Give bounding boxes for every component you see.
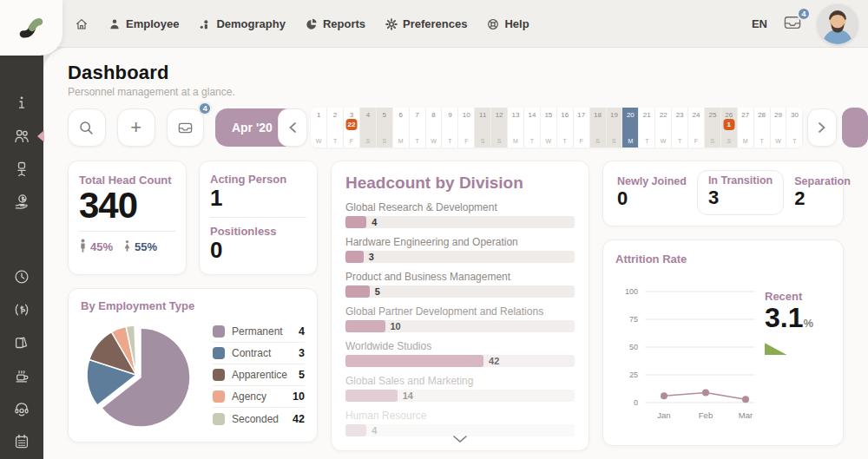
calendar-day-16[interactable]: 16T: [557, 108, 574, 148]
division-bar-fill: [345, 216, 366, 228]
legend-swatch: [213, 413, 225, 425]
calendar-day-19[interactable]: 19S: [607, 108, 623, 148]
movement-stats-card: Newly Joined 0 In Transition 3 Separatio…: [602, 161, 844, 226]
sidebar-item-benefits[interactable]: [0, 359, 43, 392]
nav-item-help[interactable]: Help: [486, 17, 529, 31]
stat-newly-joined: Newly Joined 0: [615, 172, 688, 215]
division-bar-fill: [345, 355, 483, 367]
next-month-peek[interactable]: [842, 108, 868, 148]
day-number: 11: [479, 111, 486, 119]
calendar-day-5[interactable]: 5S: [377, 108, 393, 148]
day-of-week: S: [366, 138, 371, 144]
calendar-day-12[interactable]: 12S: [491, 108, 508, 148]
month-label: Apr '20: [232, 121, 273, 134]
inbox-button[interactable]: 4: [783, 15, 802, 34]
recent-label: Recent: [765, 290, 831, 303]
calendar-day-25[interactable]: 25S: [705, 108, 721, 148]
sidebar-item-employees[interactable]: [0, 120, 43, 153]
day-number: 6: [398, 111, 402, 119]
sidebar-item-info[interactable]: [0, 87, 43, 120]
calendar-day-8[interactable]: 8W: [426, 108, 443, 148]
division-row: Global Research & Development4: [345, 201, 575, 228]
calendar-day-24[interactable]: 24F: [688, 108, 705, 148]
division-label: Global Sales and Marketing: [345, 375, 575, 387]
employee-icon: [108, 17, 122, 31]
calendar-day-9[interactable]: 9T: [442, 108, 458, 148]
calendar-day-22[interactable]: 22W: [655, 108, 672, 148]
app-logo[interactable]: [0, 0, 62, 56]
division-label: Global Research & Development: [345, 201, 575, 213]
nav-item-reports[interactable]: Reports: [305, 17, 365, 31]
calendar-day-13[interactable]: 13M: [508, 108, 524, 148]
x-tick-label: Mar: [739, 410, 753, 420]
division-value: 3: [369, 252, 374, 262]
stat-separation: Separation 2: [792, 172, 852, 215]
toolbar-inbox-button[interactable]: 4: [167, 108, 205, 147]
calendar-next-button[interactable]: [807, 108, 837, 147]
add-button[interactable]: +: [117, 108, 155, 147]
data-point-jan: [661, 392, 667, 399]
day-number: 2: [333, 111, 337, 119]
division-label: Global Partner Development and Relations: [345, 305, 575, 318]
nav-item-demography[interactable]: Demography: [198, 17, 285, 31]
home-button[interactable]: [75, 17, 89, 31]
search-button[interactable]: [68, 108, 106, 147]
calendar-day-3[interactable]: 3F22: [344, 108, 360, 148]
calendar-day-26[interactable]: 26S1: [721, 108, 738, 148]
nav-item-employee[interactable]: Employee: [108, 17, 179, 31]
legend-item: Agency10: [213, 386, 305, 408]
division-value: 42: [489, 356, 499, 366]
calendar-day-30[interactable]: 30T: [786, 108, 803, 148]
division-row: Global Partner Development and Relations…: [345, 305, 575, 332]
day-of-week: T: [415, 138, 418, 144]
calendar-day-2[interactable]: 2T: [327, 108, 344, 148]
calendar-day-10[interactable]: 10F: [458, 108, 475, 148]
calendar-day-15[interactable]: 15W: [541, 108, 557, 148]
sidebar-item-documents[interactable]: [0, 326, 43, 359]
sidebar-item-support[interactable]: [0, 392, 43, 425]
day-of-week: F: [694, 138, 698, 144]
acting-value: 1: [210, 186, 306, 211]
male-icon: [79, 239, 87, 253]
expand-divisions-button[interactable]: [452, 431, 468, 447]
calendar-day-29[interactable]: 29W: [771, 108, 787, 148]
calendar-day-7[interactable]: 7T: [410, 108, 426, 148]
calendar-day-23[interactable]: 23T: [672, 108, 688, 148]
legend-value: 3: [299, 347, 305, 359]
x-tick-label: Jan: [657, 410, 670, 420]
sidebar-item-time[interactable]: [0, 260, 43, 293]
calendar-day-27[interactable]: 27M: [738, 108, 754, 148]
calendar-prev-button[interactable]: [278, 108, 307, 147]
division-bar-fill: [345, 390, 398, 402]
day-number: 14: [528, 111, 536, 119]
sidebar: [0, 0, 43, 459]
calendar-day-6[interactable]: 6M: [393, 108, 410, 148]
sidebar-item-position[interactable]: [0, 153, 43, 186]
calendar-day-14[interactable]: 14T: [524, 108, 541, 148]
day-of-week: S: [497, 138, 502, 144]
division-bar-track: 5: [345, 285, 575, 298]
sidebar-item-schedule[interactable]: [0, 425, 43, 458]
language-selector[interactable]: EN: [752, 17, 767, 30]
calendar-day-11[interactable]: 11S: [475, 108, 491, 148]
nav-label: Reports: [323, 17, 365, 30]
calendar-day-1[interactable]: 1W: [311, 108, 327, 148]
calendar-day-18[interactable]: 18S: [590, 108, 607, 148]
day-number: 24: [693, 111, 700, 119]
division-bar-track: 42: [345, 355, 575, 367]
legend-item: Seconded42: [213, 408, 305, 429]
day-number: 19: [610, 111, 618, 119]
division-value: 4: [372, 425, 377, 436]
inbox-icon: [177, 120, 194, 136]
calendar-day-28[interactable]: 28T: [754, 108, 771, 148]
sidebar-item-finance[interactable]: [0, 293, 43, 326]
calendar-day-21[interactable]: 21T: [639, 108, 655, 148]
calendar-day-17[interactable]: 17F: [574, 108, 590, 148]
sidebar-item-compensation[interactable]: [0, 186, 43, 219]
legend-value: 5: [299, 369, 305, 381]
nav-item-preferences[interactable]: Preferences: [385, 17, 467, 31]
calendar-day-4[interactable]: 4S: [360, 108, 377, 148]
avatar[interactable]: [818, 4, 858, 44]
y-tick-label: 25: [629, 370, 638, 379]
calendar-day-20[interactable]: 20M: [622, 108, 639, 148]
